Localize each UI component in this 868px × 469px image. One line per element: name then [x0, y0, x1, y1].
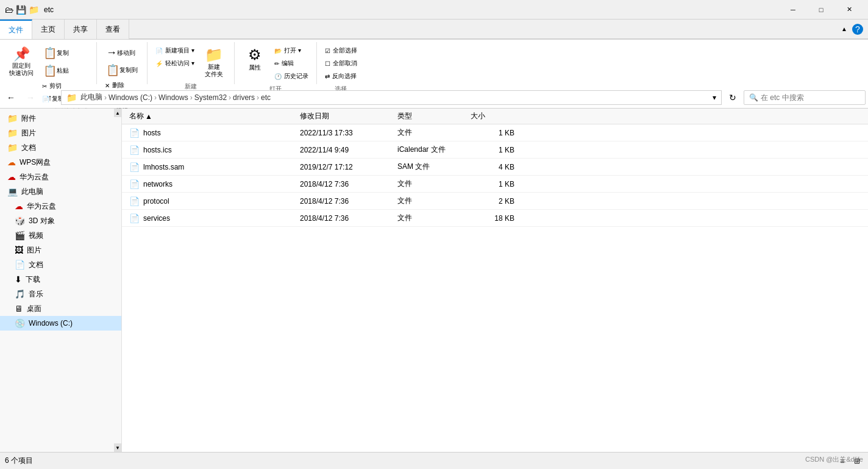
search-icon: 🔍 — [749, 93, 758, 102]
tab-home[interactable]: 主页 — [32, 20, 65, 39]
sidebar-item-pictures[interactable]: 🖼 图片 — [0, 243, 121, 257]
status-bar: 6 个项目 ≡ ⊞ — [0, 452, 868, 469]
title-icon-1: 🗁 — [5, 5, 13, 15]
windows-c-icon: 💿 — [15, 318, 25, 328]
breadcrumb-system32[interactable]: System32 — [194, 93, 227, 102]
breadcrumb-this-pc[interactable]: 此电脑 — [80, 92, 102, 102]
sidebar-item-downloads[interactable]: ⬇ 下载 — [0, 272, 121, 287]
refresh-button[interactable]: ↻ — [724, 89, 741, 106]
edit-button[interactable]: ✏ 编辑 — [271, 57, 311, 70]
table-row[interactable]: 📄 hosts 2022/11/3 17:33 文件 1 KB — [122, 124, 868, 141]
col-header-size[interactable]: 大小 — [468, 111, 517, 121]
sidebar-label-windows-c: Windows (C:) — [29, 319, 73, 328]
file-icon: 📄 — [129, 196, 140, 206]
sidebar-item-huawei-cloud[interactable]: ☁ 华为云盘 — [0, 170, 121, 184]
up-button[interactable]: ↑ — [41, 89, 59, 106]
huawei-cloud2-icon: ☁ — [15, 201, 23, 211]
sidebar-label-downloads: 下载 — [26, 274, 40, 285]
col-header-date[interactable]: 修改日期 — [297, 111, 395, 121]
select-all-label: 全部选择 — [333, 46, 357, 55]
address-path[interactable]: 📁 此电脑 › Windows (C:) › Windows › System3… — [61, 90, 722, 105]
sidebar-scroll-up[interactable]: ▲ — [114, 109, 121, 117]
new-folder-button[interactable]: 📁 新建文件夹 — [199, 45, 229, 80]
deselect-all-button[interactable]: ☐ 全部取消 — [322, 57, 360, 70]
sidebar-scroll-down[interactable]: ▼ — [114, 443, 121, 452]
tab-view[interactable]: 查看 — [97, 20, 129, 39]
music-icon: 🎵 — [15, 289, 25, 299]
open-button[interactable]: 📂 打开 ▾ — [271, 45, 311, 57]
file-name-hostsics: 📄 hosts.ics — [127, 145, 297, 155]
sidebar-item-this-pc[interactable]: 💻 此电脑 — [0, 184, 121, 199]
breadcrumb-windows[interactable]: Windows — [158, 93, 188, 102]
edit-label: 编辑 — [282, 59, 294, 68]
sidebar-label-desktop: 桌面 — [27, 304, 41, 314]
table-row[interactable]: 📄 lmhosts.sam 2019/12/7 17:12 SAM 文件 4 K… — [122, 159, 868, 176]
sidebar-item-huawei-cloud2[interactable]: ☁ 华为云盘 — [0, 199, 121, 213]
deselect-all-label: 全部取消 — [333, 59, 357, 68]
sidebar-item-documents-fav[interactable]: 📁 文档 — [0, 140, 121, 155]
sidebar-item-music[interactable]: 🎵 音乐 — [0, 287, 121, 301]
sidebar-item-pictures-fav[interactable]: 📁 图片 — [0, 126, 121, 140]
properties-button[interactable]: ⚙ 属性 — [240, 45, 270, 74]
table-row[interactable]: 📄 networks 2018/4/12 7:36 文件 1 KB — [122, 176, 868, 193]
easy-access-button[interactable]: ⚡ 轻松访问 ▾ — [152, 57, 197, 70]
breadcrumb-drivers[interactable]: drivers — [233, 93, 255, 102]
sidebar-item-documents[interactable]: 📄 文档 — [0, 257, 121, 272]
sidebar-label-pictures-fav: 图片 — [21, 128, 36, 138]
sidebar-item-windows-c[interactable]: 💿 Windows (C:) — [0, 316, 121, 331]
search-input[interactable] — [761, 93, 860, 102]
move-to-button[interactable]: → 移动到 — [102, 45, 142, 61]
sidebar-item-desktop[interactable]: 🖥 桌面 — [0, 301, 121, 316]
copy-icon: 📋 — [43, 46, 57, 60]
tab-file[interactable]: 文件 — [0, 20, 32, 39]
copy-button[interactable]: 📋 复制 — [39, 45, 91, 62]
file-list-header: 名称 ▲ 修改日期 类型 大小 — [122, 109, 868, 124]
close-button[interactable]: ✕ — [835, 0, 863, 20]
tab-share[interactable]: 共享 — [65, 20, 97, 39]
forward-button[interactable]: → — [22, 89, 39, 106]
table-row[interactable]: 📄 protocol 2018/4/12 7:36 文件 2 KB — [122, 193, 868, 210]
copy-to-button[interactable]: 📋 复制到 — [102, 62, 142, 79]
breadcrumb-c[interactable]: Windows (C:) — [108, 93, 152, 102]
watermark-text: CSDN @出关&dlife — [805, 456, 863, 463]
huawei-cloud-icon: ☁ — [7, 172, 16, 182]
file-date-protocol: 2018/4/12 7:36 — [297, 197, 395, 206]
new-item-button[interactable]: 📄 新建项目 ▾ — [152, 45, 197, 57]
copy-label: 复制 — [57, 49, 69, 57]
file-name-label: protocol — [143, 197, 169, 206]
sidebar-item-3d[interactable]: 🎲 3D 对象 — [0, 213, 121, 228]
folder-icon: 📁 — [66, 93, 77, 102]
ribbon-content: 📌 固定到快速访问 📋 复制 📋 粘贴 ✂ 剪切 — [0, 39, 868, 87]
invert-selection-button[interactable]: ⇄ 反向选择 — [322, 70, 360, 82]
breadcrumb-etc[interactable]: etc — [261, 93, 271, 102]
main-layout: ▲ 📁 附件 📁 图片 📁 文档 ☁ WPS网盘 ☁ 华为云盘 💻 此电脑 ☁ … — [0, 109, 868, 452]
file-name-label: networks — [143, 180, 173, 188]
paste-button[interactable]: 📋 粘贴 — [39, 62, 91, 79]
ribbon-group-select: ☑ 全部选择 ☐ 全部取消 ⇄ 反向选择 选择 — [317, 42, 365, 84]
pin-button[interactable]: 📌 固定到快速访问 — [5, 45, 38, 79]
copy-to-icon: 📋 — [106, 63, 119, 77]
ribbon-expand-icon[interactable]: ▲ — [841, 26, 847, 32]
sidebar-item-favorites[interactable]: 📁 附件 — [0, 111, 121, 126]
documents-icon: 📄 — [15, 260, 25, 270]
sidebar-label-documents-fav: 文档 — [21, 143, 36, 153]
minimize-button[interactable]: ─ — [779, 0, 807, 20]
search-box: 🔍 — [744, 90, 866, 105]
wps-cloud-icon: ☁ — [7, 157, 16, 167]
col-header-type[interactable]: 类型 — [395, 111, 468, 121]
cut-icon: ✂ — [42, 83, 47, 90]
sidebar-label-videos: 视频 — [29, 231, 43, 241]
col-header-name[interactable]: 名称 ▲ — [127, 111, 297, 121]
sidebar-label-favorites: 附件 — [21, 113, 36, 124]
sidebar-item-wps-cloud[interactable]: ☁ WPS网盘 — [0, 155, 121, 170]
table-row[interactable]: 📄 hosts.ics 2022/11/4 9:49 iCalendar 文件 … — [122, 141, 868, 159]
back-button[interactable]: ← — [2, 89, 20, 106]
help-icon[interactable]: ? — [852, 24, 863, 35]
select-all-button[interactable]: ☑ 全部选择 — [322, 45, 360, 57]
history-button[interactable]: 🕐 历史记录 — [271, 70, 311, 82]
table-row[interactable]: 📄 services 2018/4/12 7:36 文件 18 KB — [122, 210, 868, 227]
sidebar-item-videos[interactable]: 🎬 视频 — [0, 228, 121, 243]
file-size-hostsics: 1 KB — [468, 146, 517, 154]
maximize-button[interactable]: □ — [807, 0, 835, 20]
3d-icon: 🎲 — [15, 216, 25, 226]
